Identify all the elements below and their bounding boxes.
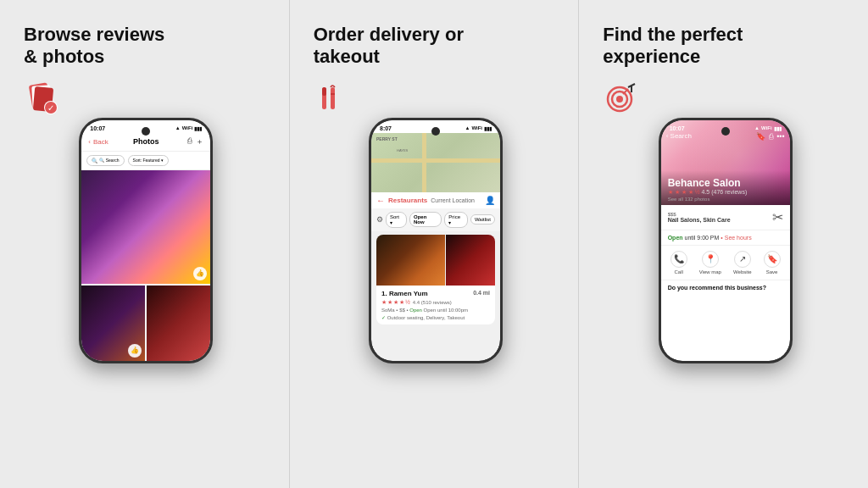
restaurant-images [376, 235, 495, 286]
salon-more-icon[interactable]: ••• [776, 132, 784, 141]
salon-see-hours[interactable]: • See hours [721, 235, 751, 241]
photos-nav-actions: ⎙ ＋ [187, 136, 203, 147]
panel-browse-title: Browse reviews & photos [24, 24, 164, 69]
like-button-1[interactable]: 👍 [193, 267, 207, 280]
like-button-2[interactable]: 👍 [128, 344, 142, 358]
filter-waitlist[interactable]: Waitlist [470, 214, 495, 225]
phone-experience: 10:07 ▲WiFi▮▮▮ Behance Salon ★★★★½ 4.5 (… [659, 118, 793, 363]
food-icon [314, 80, 351, 118]
phone-delivery-screen: 8:07 ▲WiFi▮▮▮ PERRY ST HAYES ← Restauran… [371, 120, 500, 361]
restaurant-tags: ✓ Outdoor seating, Delivery, Takeout [381, 314, 490, 320]
scissors-icon: ✂ [772, 209, 783, 225]
status-bar-3: 10:07 ▲WiFi▮▮▮ [661, 120, 790, 133]
map-icon: 📍 [702, 251, 719, 268]
panel-delivery: Order delivery or takeout 8:07 ▲WiFi▮▮▮ … [289, 0, 579, 488]
svg-rect-8 [331, 87, 335, 109]
photos-nav-back[interactable]: ‹Back [88, 138, 108, 146]
salon-nav-back[interactable]: ‹ Search [666, 132, 692, 140]
photos-grid: 👍 👍 [81, 170, 210, 361]
svg-rect-7 [322, 87, 326, 96]
salon-content: $$$ Nail Salons, Skin Care ✂ Open until … [661, 205, 790, 361]
panel-browse: Browse reviews & photos ✓ 10:07 ▲WiFi▮▮▮… [0, 0, 289, 488]
salon-overlay: Behance Salon ★★★★½ 4.5 (476 reviews) Se… [661, 170, 790, 205]
salon-action-save[interactable]: 🔖 Save [764, 251, 781, 274]
panel-experience-title: Find the perfect experience [603, 24, 743, 69]
phone-experience-screen: 10:07 ▲WiFi▮▮▮ Behance Salon ★★★★½ 4.5 (… [661, 120, 790, 361]
delivery-nav-title: Restaurants [388, 197, 427, 204]
salon-action-map[interactable]: 📍 View map [699, 251, 721, 274]
restaurant-card[interactable]: 1. Ramen Yum 0.4 mi ★★★★½ 4.4 (510 revie… [376, 235, 495, 324]
filter-price[interactable]: Price ▾ [444, 212, 468, 228]
salon-hero: Behance Salon ★★★★½ 4.5 (476 reviews) Se… [661, 120, 790, 205]
phone-browse: 10:07 ▲WiFi▮▮▮ ‹Back Photos ⎙ ＋ 🔍 🔍 Sea [79, 118, 213, 363]
restaurant-info: 1. Ramen Yum 0.4 mi ★★★★½ 4.4 (510 revie… [376, 286, 495, 324]
panel-experience: Find the perfect experience 10:07 ▲WiFi▮… [578, 0, 868, 488]
salon-share-icon[interactable]: ⎙ [769, 132, 773, 141]
photos-nav: ‹Back Photos ⎙ ＋ [81, 133, 210, 152]
map-area: PERRY ST HAYES [371, 133, 500, 192]
salon-see-photos[interactable]: See all 132 photos [668, 197, 783, 202]
status-bar-2: 8:07 ▲WiFi▮▮▮ [371, 120, 500, 133]
delivery-nav-profile[interactable]: 👤 [485, 196, 495, 205]
photos-search-chip[interactable]: 🔍 🔍 Search [86, 155, 124, 166]
phone-delivery: 8:07 ▲WiFi▮▮▮ PERRY ST HAYES ← Restauran… [369, 118, 503, 363]
delivery-nav-sub: Current Location [431, 197, 475, 203]
panel-delivery-title: Order delivery or takeout [314, 24, 464, 69]
salon-action-call[interactable]: 📞 Call [670, 251, 687, 274]
salon-category: Nail Salons, Skin Care [668, 217, 731, 223]
salon-actions: 📞 Call 📍 View map ↗ Website 🔖 Save [661, 246, 790, 280]
salon-hours-row: Open until 9:00 PM • See hours [661, 230, 790, 246]
salon-recommend: Do you recommend this business? [661, 280, 790, 295]
salon-category-row: $$$ Nail Salons, Skin Care ✂ [661, 205, 790, 230]
photos-sort-chip[interactable]: Sort: Featured ▾ [128, 155, 169, 166]
photos-add-icon[interactable]: ＋ [196, 136, 203, 147]
salon-bookmark-icon[interactable]: 🔖 [756, 132, 765, 141]
search-icon: 🔍 [92, 158, 97, 164]
restaurant-stars: ★★★★½ 4.4 (510 reviews) [381, 299, 490, 306]
restaurant-meta: SoMa • $$ • Open Open until 10:00pm [381, 308, 490, 313]
salon-name: Behance Salon [668, 177, 783, 189]
restaurant-name: 1. Ramen Yum 0.4 mi [381, 290, 490, 297]
website-icon: ↗ [734, 251, 751, 268]
phone-browse-screen: 10:07 ▲WiFi▮▮▮ ‹Back Photos ⎙ ＋ 🔍 🔍 Sea [81, 120, 210, 361]
target-icon [603, 80, 640, 118]
restaurant-img-main [376, 235, 445, 286]
photos-share-icon[interactable]: ⎙ [187, 136, 192, 147]
salon-stars: ★★★★½ 4.5 (476 reviews) [668, 189, 783, 196]
status-bar-1: 10:07 ▲WiFi▮▮▮ [81, 120, 210, 133]
map-road-v [422, 133, 426, 192]
call-icon: 📞 [670, 251, 687, 268]
restaurant-img-side [445, 235, 495, 286]
filter-icon[interactable]: ⚙ [376, 215, 383, 224]
svg-text:✓: ✓ [47, 103, 54, 113]
filter-open[interactable]: Open Now [409, 212, 442, 227]
photos-filter-bar: 🔍 🔍 Search Sort: Featured ▾ [81, 152, 210, 170]
salon-hours: until 9:00 PM [685, 235, 720, 241]
map-road-h [371, 158, 500, 163]
delivery-nav-back[interactable]: ← [376, 196, 385, 205]
delivery-filters: ⚙ Sort ▾ Open Now Price ▾ Waitlist [371, 208, 500, 231]
salon-open-status: Open [668, 235, 683, 241]
delivery-nav: ← Restaurants Current Location 👤 [371, 192, 500, 208]
photo-row-top: 👍 [81, 170, 210, 284]
review-icon: ✓ [24, 80, 61, 118]
photo-row-bottom: 👍 [81, 286, 210, 361]
save-icon: 🔖 [764, 251, 781, 268]
photos-nav-title: Photos [133, 137, 159, 146]
svg-point-11 [616, 96, 623, 103]
salon-action-website[interactable]: ↗ Website [733, 251, 752, 274]
filter-sort[interactable]: Sort ▾ [386, 212, 407, 228]
